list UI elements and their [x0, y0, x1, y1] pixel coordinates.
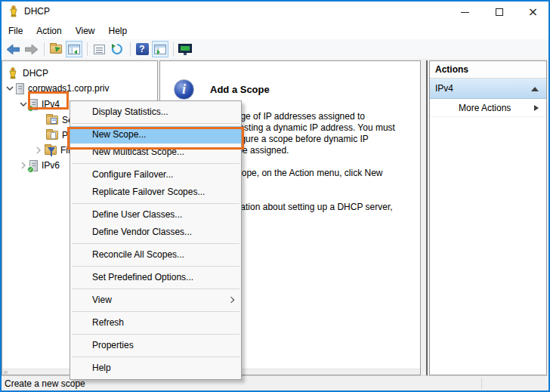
menu-separator: [72, 289, 239, 289]
menu-item-refresh[interactable]: Refresh: [70, 314, 241, 332]
more-actions-item[interactable]: More Actions: [430, 99, 546, 117]
export-list-icon: [50, 45, 62, 54]
menu-item-configure-failover[interactable]: Configure Failover...: [70, 166, 241, 184]
menu-item-define-vendor-classes[interactable]: Define Vendor Classes...: [70, 224, 241, 241]
forward-icon: [25, 45, 38, 54]
menu-file[interactable]: File: [2, 23, 29, 39]
menu-separator: [72, 243, 239, 244]
menu-item-replicate-failover-scopes[interactable]: Replicate Failover Scopes...: [70, 184, 241, 201]
forward-button[interactable]: [23, 41, 39, 57]
action-pane-icon: [154, 45, 166, 54]
details-heading: Add a Scope: [210, 84, 270, 95]
close-button[interactable]: ×: [516, 2, 550, 23]
dhcp-root-icon: [7, 67, 19, 79]
menu-view[interactable]: View: [69, 23, 102, 39]
menu-separator: [72, 266, 239, 267]
properties-icon: [94, 45, 105, 54]
menu-help[interactable]: Help: [102, 23, 134, 39]
back-icon: [7, 45, 20, 54]
submenu-arrow-icon: [534, 105, 539, 111]
tree-node-server[interactable]: corpwads1.corp.priv: [5, 81, 109, 96]
menu-item-display-statistics[interactable]: Display Statistics...: [70, 103, 241, 121]
chevron-expanded-icon: [5, 84, 14, 93]
menu-item-new-scope[interactable]: New Scope...: [70, 126, 241, 144]
tree-node-ipv6[interactable]: ✓ IPv6: [19, 158, 60, 173]
toolbar-separator: [87, 42, 88, 56]
more-actions-label: More Actions: [459, 103, 511, 113]
show-hide-action-pane-button[interactable]: [152, 41, 168, 57]
actions-header: Actions: [430, 61, 546, 79]
green-check-icon: ✓: [27, 105, 34, 112]
toolbar: ?: [0, 39, 550, 60]
submenu-chevron-icon: [228, 297, 234, 303]
window-title: DHCP: [24, 6, 50, 17]
chevron-collapsed-icon: [34, 146, 43, 155]
minimize-icon: [461, 12, 469, 13]
refresh-button[interactable]: [109, 41, 125, 57]
help-button[interactable]: ?: [134, 41, 150, 57]
show-hide-console-tree-button[interactable]: [66, 41, 82, 57]
menu-item-reconcile-all-scopes[interactable]: Reconcile All Scopes...: [70, 246, 241, 264]
server-icon: [16, 83, 24, 94]
dhcp-app-icon: [8, 5, 20, 17]
refresh-icon: [111, 43, 123, 55]
status-text: Create a new scope: [5, 378, 85, 389]
actions-group-ipv4[interactable]: IPv4: [430, 79, 546, 99]
menu-separator: [72, 163, 239, 164]
server-options-folder-icon: [46, 116, 58, 125]
actions-group-label: IPv4: [435, 83, 453, 94]
menu-item-new-multicast-scope[interactable]: New Multicast Scope...: [70, 144, 241, 161]
ipv4-context-menu: Display Statistics... New Scope... New M…: [70, 100, 242, 380]
menu-item-properties[interactable]: Properties: [70, 337, 241, 354]
properties-button[interactable]: [91, 41, 107, 57]
remote-monitor-icon: [178, 44, 192, 55]
menu-action[interactable]: Action: [29, 23, 68, 39]
toolbar-separator: [173, 42, 174, 56]
toolbar-separator: [130, 42, 131, 56]
menu-item-define-user-classes[interactable]: Define User Classes...: [70, 206, 241, 224]
action-pane-splitter[interactable]: [426, 60, 428, 375]
tree-node-ipv4[interactable]: ✓ IPv4: [19, 97, 60, 112]
close-icon: ×: [528, 6, 538, 18]
export-list-button[interactable]: [48, 41, 64, 57]
menu-separator: [72, 357, 239, 357]
actions-pane: Actions IPv4 More Actions: [429, 60, 547, 375]
menu-separator: [72, 123, 239, 124]
tree-node-label: IPv4: [42, 99, 60, 110]
tree-node-label: DHCP: [23, 68, 48, 79]
ipv4-server-icon: ✓: [29, 99, 38, 110]
tree-node-label: corpwads1.corp.priv: [28, 83, 109, 94]
menu-item-help[interactable]: Help: [70, 360, 241, 377]
menu-item-label: View: [92, 295, 112, 305]
console-tree-icon: [68, 45, 80, 54]
policies-folder-icon: [46, 131, 58, 140]
maximize-button[interactable]: [482, 2, 516, 23]
menu-item-set-predefined-options[interactable]: Set Predefined Options...: [70, 269, 241, 286]
back-button[interactable]: [5, 41, 21, 57]
help-icon: ?: [136, 43, 149, 55]
minimize-button[interactable]: [448, 2, 482, 23]
maximize-icon: [496, 8, 503, 16]
menu-item-view[interactable]: View: [70, 292, 241, 309]
menu-separator: [72, 334, 239, 335]
filters-folder-icon: [45, 146, 57, 155]
info-icon: i: [174, 79, 194, 100]
tree-node-label: IPv6: [42, 160, 60, 171]
remote-monitor-button[interactable]: [177, 41, 193, 57]
menu-bar: File Action View Help: [0, 23, 550, 39]
dhcp-console-window: DHCP × File Action View Help: [0, 0, 550, 392]
green-check-icon: ✓: [27, 166, 34, 173]
title-bar: DHCP ×: [0, 0, 550, 23]
collapse-arrow-icon[interactable]: [531, 87, 539, 91]
menu-separator: [72, 311, 239, 312]
status-bar-divider: [481, 378, 482, 389]
ipv6-server-icon: ✓: [29, 160, 38, 171]
menu-separator: [72, 203, 239, 204]
toolbar-separator: [44, 42, 45, 56]
tree-node-dhcp[interactable]: DHCP: [7, 66, 48, 81]
